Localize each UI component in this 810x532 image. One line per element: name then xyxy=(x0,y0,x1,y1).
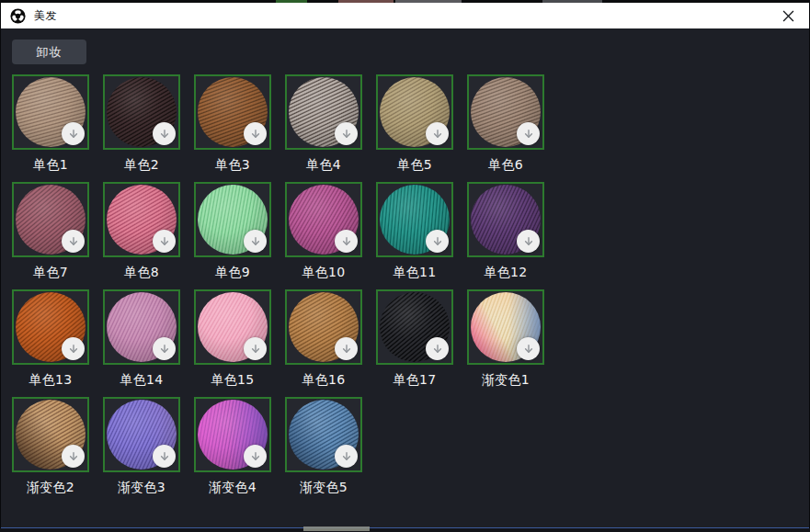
hair-style-thumbnail[interactable] xyxy=(103,289,180,365)
download-icon[interactable] xyxy=(244,230,267,253)
download-icon[interactable] xyxy=(62,337,85,360)
hair-style-item: 单色11 xyxy=(376,182,453,289)
hair-style-label: 渐变色1 xyxy=(467,372,544,389)
down-arrow-icon xyxy=(67,450,80,463)
hair-style-item: 单色14 xyxy=(103,289,180,397)
download-icon[interactable] xyxy=(153,337,176,360)
screen: 美发 卸妆 单色1单色2单色3单色4单色5单色6单色7单色8单色9单色10单色1… xyxy=(0,0,810,532)
hair-style-thumbnail[interactable] xyxy=(194,74,271,150)
hair-style-item: 渐变色4 xyxy=(194,397,271,504)
hair-style-item: 渐变色5 xyxy=(285,397,362,504)
down-arrow-icon xyxy=(67,128,80,141)
hair-style-item: 单色1 xyxy=(12,74,89,182)
hair-style-thumbnail[interactable] xyxy=(194,182,271,257)
hair-style-label: 单色1 xyxy=(12,157,89,174)
hair-style-thumbnail[interactable] xyxy=(376,182,453,257)
download-icon[interactable] xyxy=(335,337,358,360)
hair-style-thumbnail[interactable] xyxy=(103,74,180,150)
hair-style-label: 单色14 xyxy=(103,372,180,389)
hair-style-thumbnail[interactable] xyxy=(376,74,453,150)
down-arrow-icon xyxy=(249,450,262,463)
hair-style-thumbnail[interactable] xyxy=(103,397,180,472)
hair-style-label: 单色4 xyxy=(285,157,362,174)
hair-style-item: 单色5 xyxy=(376,74,453,182)
dialog-title: 美发 xyxy=(34,8,57,24)
hair-style-item: 单色7 xyxy=(12,182,89,289)
hair-style-thumbnail[interactable] xyxy=(12,397,89,472)
hair-style-item: 单色13 xyxy=(12,289,89,397)
hair-color-grid: 单色1单色2单色3单色4单色5单色6单色7单色8单色9单色10单色11单色12单… xyxy=(12,74,564,504)
hair-style-label: 单色17 xyxy=(376,372,453,389)
hair-style-item: 渐变色3 xyxy=(103,397,180,504)
download-icon[interactable] xyxy=(62,122,85,145)
down-arrow-icon xyxy=(249,343,262,356)
hair-style-label: 渐变色5 xyxy=(285,480,362,496)
hair-style-item: 单色6 xyxy=(467,74,544,182)
hair-style-thumbnail[interactable] xyxy=(467,289,544,365)
download-icon[interactable] xyxy=(335,230,358,253)
down-arrow-icon xyxy=(522,128,535,141)
hair-style-item: 单色15 xyxy=(194,289,271,397)
download-icon[interactable] xyxy=(426,230,449,253)
download-icon[interactable] xyxy=(153,122,176,145)
hair-style-label: 单色11 xyxy=(376,265,453,281)
hair-style-thumbnail[interactable] xyxy=(285,397,362,472)
download-icon[interactable] xyxy=(335,122,358,145)
background-artifact xyxy=(303,526,370,531)
hair-style-thumbnail[interactable] xyxy=(467,74,544,150)
remove-makeup-button[interactable]: 卸妆 xyxy=(12,40,86,64)
download-icon[interactable] xyxy=(426,122,449,145)
close-button[interactable] xyxy=(778,6,798,26)
download-icon[interactable] xyxy=(153,445,176,468)
down-arrow-icon xyxy=(522,343,535,356)
hair-style-thumbnail[interactable] xyxy=(194,289,271,365)
download-icon[interactable] xyxy=(153,230,176,253)
hair-style-label: 单色5 xyxy=(376,157,453,174)
hair-style-thumbnail[interactable] xyxy=(285,289,362,365)
down-arrow-icon xyxy=(340,450,353,463)
down-arrow-icon xyxy=(158,450,171,463)
obs-logo-icon xyxy=(10,8,26,24)
download-icon[interactable] xyxy=(244,337,267,360)
hair-style-item: 单色2 xyxy=(103,74,180,182)
background-window-strip-bottom xyxy=(0,528,810,532)
down-arrow-icon xyxy=(249,128,262,141)
hair-style-item: 单色16 xyxy=(285,289,362,397)
down-arrow-icon xyxy=(249,235,262,248)
hair-style-item: 渐变色1 xyxy=(467,289,544,397)
hair-style-label: 渐变色4 xyxy=(194,480,271,496)
down-arrow-icon xyxy=(431,235,444,248)
download-icon[interactable] xyxy=(62,230,85,253)
hair-style-thumbnail[interactable] xyxy=(12,182,89,257)
hair-style-thumbnail[interactable] xyxy=(285,74,362,150)
hair-style-label: 单色16 xyxy=(285,372,362,389)
hair-style-thumbnail[interactable] xyxy=(103,182,180,257)
down-arrow-icon xyxy=(67,343,80,356)
down-arrow-icon xyxy=(158,343,171,356)
hair-style-label: 单色6 xyxy=(467,157,544,174)
hair-style-thumbnail[interactable] xyxy=(467,182,544,257)
hair-style-label: 单色2 xyxy=(103,157,180,174)
hair-style-thumbnail[interactable] xyxy=(376,289,453,365)
hair-style-thumbnail[interactable] xyxy=(12,289,89,365)
download-icon[interactable] xyxy=(244,445,267,468)
hair-style-thumbnail[interactable] xyxy=(285,182,362,257)
download-icon[interactable] xyxy=(517,230,540,253)
hair-style-item: 单色9 xyxy=(194,182,271,289)
dialog-titlebar: 美发 xyxy=(1,3,809,28)
download-icon[interactable] xyxy=(517,337,540,360)
down-arrow-icon xyxy=(158,235,171,248)
download-icon[interactable] xyxy=(426,337,449,360)
hair-style-thumbnail[interactable] xyxy=(194,397,271,472)
hair-style-label: 渐变色3 xyxy=(103,480,180,496)
hair-style-item: 单色4 xyxy=(285,74,362,182)
download-icon[interactable] xyxy=(62,445,85,468)
hair-style-thumbnail[interactable] xyxy=(12,74,89,150)
download-icon[interactable] xyxy=(244,122,267,145)
hair-style-label: 单色9 xyxy=(194,265,271,281)
download-icon[interactable] xyxy=(517,122,540,145)
hair-style-item: 单色8 xyxy=(103,182,180,289)
down-arrow-icon xyxy=(340,343,353,356)
download-icon[interactable] xyxy=(335,445,358,468)
down-arrow-icon xyxy=(522,235,535,248)
